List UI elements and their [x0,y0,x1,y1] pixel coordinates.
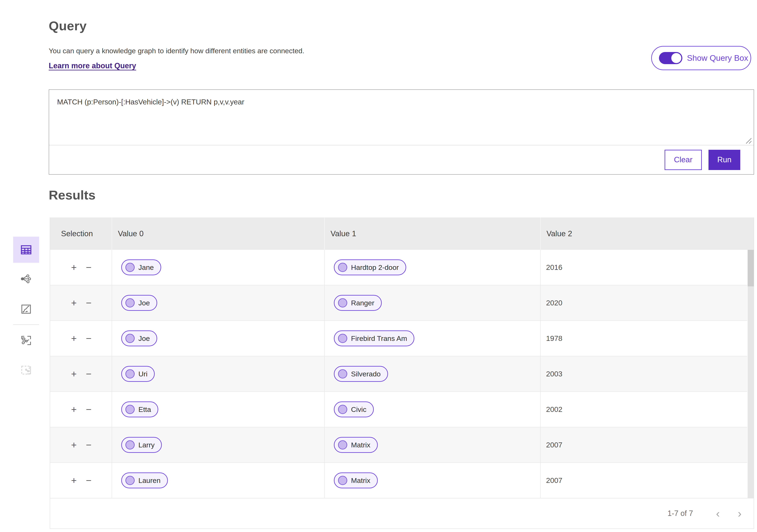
table-scrollbar[interactable] [747,250,754,498]
table-row: + − Joe Ranger 2020 [50,285,747,321]
year-value: 1978 [540,321,747,356]
table-pagination: 1-7 of 7 ‹ › [50,498,754,528]
pagination-next-button[interactable]: › [738,508,742,519]
selection-cell: + − [50,356,112,391]
add-selection-button[interactable]: + [71,440,77,450]
year-value: 2003 [540,356,747,391]
remove-selection-button[interactable]: − [86,440,92,450]
pagination-prev-button[interactable]: ‹ [716,508,720,519]
sidebar-item-graph-view[interactable] [13,268,39,289]
clear-button[interactable]: Clear [665,150,702,170]
add-selection-button[interactable]: + [71,298,77,308]
table-row: + − Joe Firebird Trans Am 1978 [50,321,747,356]
scrollbar-thumb[interactable] [747,250,754,286]
run-button[interactable]: Run [709,150,740,170]
view-sidebar [13,237,39,381]
add-selection-button[interactable]: + [71,263,77,272]
node-circle-icon [338,263,347,272]
year-value: 2007 [540,427,747,462]
query-panel-footer: Clear Run [49,145,754,174]
column-header-value2: Value 2 [540,217,754,250]
sidebar-item-expand-graph[interactable] [13,330,39,351]
route-icon [21,304,31,314]
node-circle-icon [338,440,347,450]
query-page: Query You can query a knowledge graph to… [0,0,757,532]
add-selection-button[interactable]: + [71,369,77,379]
node-circle-icon [338,405,347,414]
node-chip-vehicle[interactable]: Matrix [334,437,378,453]
remove-selection-button[interactable]: − [86,369,92,379]
node-circle-icon [338,298,347,307]
node-chip-vehicle[interactable]: Matrix [334,472,378,488]
page-title: Query [49,18,87,33]
node-chip-vehicle[interactable]: Civic [334,402,374,417]
selection-cell: + − [50,463,112,498]
table-row: + − Lauren Matrix 2007 [50,463,747,498]
node-circle-icon [338,334,347,343]
selection-cell: + − [50,285,112,321]
node-circle-icon [125,440,135,450]
remove-selection-button[interactable]: − [86,298,92,308]
node-chip-person[interactable]: Larry [121,437,162,453]
node-chip-person[interactable]: Etta [121,402,158,417]
table-row: + − Jane Hardtop 2-door 2016 [50,250,747,285]
year-value: 2020 [540,285,747,321]
add-selection-button[interactable]: + [71,476,77,485]
results-title: Results [49,187,96,202]
node-chip-person[interactable]: Joe [121,295,157,311]
table-header-row: Selection Value 0 Value 1 Value 2 [50,217,754,250]
column-header-selection: Selection [50,217,112,250]
query-input[interactable]: MATCH (p:Person)-[:HasVehicle]->(v) RETU… [49,90,754,145]
query-panel: MATCH (p:Person)-[:HasVehicle]->(v) RETU… [49,89,754,175]
node-chip-vehicle[interactable]: Hardtop 2-door [334,260,406,275]
selection-cell: + − [50,321,112,356]
sidebar-divider [13,324,39,325]
toggle-label: Show Query Box [687,53,748,63]
selection-cell: + − [50,392,112,427]
table-row: + − Larry Matrix 2007 [50,427,747,463]
node-circle-icon [338,476,347,485]
table-row: + − Etta Civic 2002 [50,392,747,427]
show-query-box-toggle[interactable]: Show Query Box [651,46,751,70]
network-icon [21,274,31,283]
add-selection-button[interactable]: + [71,334,77,343]
node-circle-icon [125,334,135,343]
remove-selection-button[interactable]: − [86,334,92,343]
node-circle-icon [125,298,135,307]
node-circle-icon [338,369,347,378]
node-chip-person[interactable]: Joe [121,330,157,346]
sidebar-item-selection-tool [13,360,39,380]
toggle-switch-icon [659,52,682,64]
column-header-value0: Value 0 [112,217,324,250]
textarea-resize-handle[interactable] [745,137,752,144]
year-value: 2002 [540,392,747,427]
node-chip-person[interactable]: Uri [121,366,155,382]
node-circle-icon [125,263,135,272]
sidebar-item-route-view[interactable] [13,299,39,320]
table-body: + − Jane Hardtop 2-door 2016 + − Joe [50,250,747,498]
node-chip-vehicle[interactable]: Ranger [334,295,382,311]
remove-selection-button[interactable]: − [86,476,92,485]
results-table: Selection Value 0 Value 1 Value 2 + − Ja… [50,217,754,529]
year-value: 2007 [540,463,747,498]
learn-more-link[interactable]: Learn more about Query [49,61,136,70]
node-circle-icon [125,405,135,414]
selection-cell: + − [50,427,112,462]
node-chip-vehicle[interactable]: Firebird Trans Am [334,330,414,346]
remove-selection-button[interactable]: − [86,263,92,272]
node-chip-person[interactable]: Lauren [121,472,168,488]
selection-cell: + − [50,250,112,285]
table-icon [21,245,32,255]
add-selection-button[interactable]: + [71,405,77,414]
pagination-range-label: 1-7 of 7 [668,509,693,518]
dashed-selection-icon [21,366,31,375]
page-description: You can query a knowledge graph to ident… [49,47,304,55]
node-circle-icon [125,476,135,485]
column-header-value1: Value 1 [324,217,540,250]
node-circle-icon [125,369,135,378]
node-chip-person[interactable]: Jane [121,260,161,275]
node-chip-vehicle[interactable]: Silverado [334,366,388,382]
sidebar-item-table-view[interactable] [13,237,39,263]
table-row: + − Uri Silverado 2003 [50,356,747,392]
remove-selection-button[interactable]: − [86,405,92,414]
